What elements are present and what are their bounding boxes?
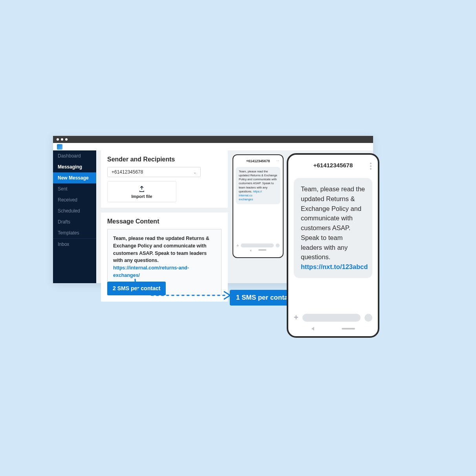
sidebar-item-drafts[interactable]: Drafts — [53, 216, 96, 227]
window-dot — [65, 138, 68, 141]
panel-title: Sender and Recipients — [107, 156, 222, 163]
phone-footer: + — [288, 308, 378, 336]
sms-bubble: Team, please read the updated Returns & … — [294, 178, 372, 278]
more-icon: ⋮ — [276, 159, 280, 163]
send-icon — [276, 243, 280, 247]
small-phone-preview: +61412345678 ⋮ Team, please read the upd… — [233, 154, 284, 258]
sender-value: +61412345678 — [112, 169, 143, 175]
send-icon — [364, 314, 372, 322]
phone-footer: + — [233, 242, 283, 257]
chevron-down-icon: ⌄ — [193, 170, 196, 174]
plus-icon: + — [294, 313, 298, 322]
dashed-arrow-connector — [131, 279, 233, 302]
upload-icon — [138, 185, 145, 192]
bubble-link: https:// — [253, 190, 262, 193]
plus-icon: + — [236, 243, 239, 248]
phone-header-number: +61412345678 — [233, 155, 283, 165]
sms-bubble: Team, please read the updated Returns & … — [236, 167, 280, 204]
top-strip — [53, 143, 373, 150]
panel-title: Message Content — [107, 218, 222, 225]
sidebar-item-received[interactable]: Received — [53, 194, 96, 205]
sender-recipients-panel: Sender and Recipients +61412345678 ⌄ Imp… — [101, 150, 228, 208]
sidebar-item-inbox[interactable]: Inbox — [53, 238, 96, 250]
window-dot — [61, 138, 63, 141]
more-icon — [370, 163, 372, 170]
sidebar-item-messaging[interactable]: Messaging — [53, 161, 96, 172]
sidebar-item-templates[interactable]: Templates — [53, 227, 96, 238]
sidebar-item-sent[interactable]: Sent — [53, 183, 96, 194]
phone-header-number: +61412345678 — [288, 155, 378, 172]
import-file-button[interactable]: Import file — [107, 181, 176, 202]
sidebar-item-scheduled[interactable]: Scheduled — [53, 205, 96, 216]
sidebar-item-dashboard[interactable]: Dashboard — [53, 150, 96, 161]
large-phone-preview: +61412345678 Team, please read the updat… — [287, 153, 379, 338]
input-pill — [302, 314, 361, 322]
message-body-text: Team, please read the updated Returns & … — [113, 236, 209, 263]
preview-column: +61412345678 ⋮ Team, please read the upd… — [233, 150, 287, 283]
sidebar: DashboardMessagingNew MessageSentReceive… — [53, 150, 96, 283]
bubble-body: Team, please read the updated Returns & … — [301, 185, 365, 260]
app-logo-icon — [57, 144, 62, 150]
window-titlebar — [53, 136, 373, 143]
bubble-link: exchanges — [239, 198, 253, 201]
home-bar-icon — [258, 249, 266, 251]
home-bar-icon — [342, 328, 355, 330]
window-dot — [57, 138, 59, 141]
import-label: Import file — [131, 194, 152, 199]
message-link: https://internal.com/returns-and-exchang… — [113, 265, 189, 278]
bubble-link: https://nxt.to/123abcd — [301, 263, 368, 270]
sender-select[interactable]: +61412345678 ⌄ — [107, 167, 201, 177]
back-icon — [250, 249, 251, 252]
bubble-link: internal.co — [239, 194, 253, 197]
sidebar-item-new-message[interactable]: New Message — [53, 172, 96, 183]
input-pill — [241, 243, 274, 247]
back-icon — [311, 327, 314, 331]
